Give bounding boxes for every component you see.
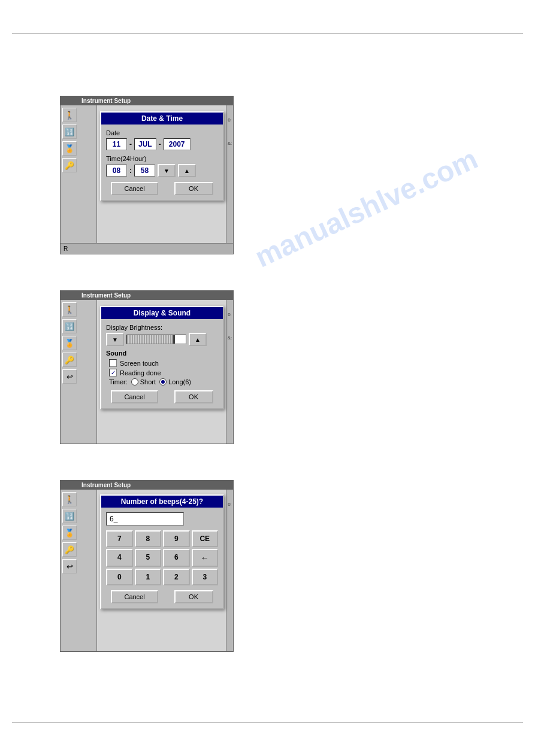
numpad-8[interactable]: 8 [135,530,162,547]
bottom-rule [12,722,523,723]
sidebar-icon-person-2[interactable]: 🚶 [62,302,77,317]
brightness-up-btn[interactable]: ▲ [189,333,207,346]
display-sound-cancel-btn[interactable]: Cancel [111,390,158,403]
inst-header-3: Instrument Setup [61,481,233,490]
reading-done-row: ✓ Reading done [106,369,218,377]
beeps-input[interactable]: 6_ [106,512,184,526]
long-radio-btn[interactable] [159,378,167,385]
sidebar-3: 🚶 🔢 🏅 🔑 ↩ [61,490,78,651]
screen-touch-label: Screen touch [120,360,159,367]
time-minute-field[interactable]: 58 [134,165,155,177]
brightness-down-btn[interactable]: ▼ [106,333,124,346]
screen-touch-row: Screen touch [106,359,218,367]
right-label-2: &: [226,141,233,146]
display-sound-title: Display & Sound [101,307,223,319]
instrument-panel-1: Instrument Setup 🚶 🔢 🏅 🔑 0: &: [60,96,234,254]
sidebar-icon-key-1[interactable]: 🔑 [62,158,77,172]
sidebar-icon-grid-3[interactable]: 🔢 [62,509,77,523]
timer-label: Timer: [109,378,128,385]
sidebar-icon-key-2[interactable]: 🔑 [62,353,77,367]
slider-fill [127,335,174,344]
time-label: Time(24Hour) [106,155,218,162]
time-up-btn[interactable]: ▲ [178,164,196,177]
time-colon: : [129,166,132,175]
sidebar-icon-person-3[interactable]: 🚶 [62,492,77,506]
long-radio-label: Long(6) [168,378,191,385]
numpad-grid: 7 8 9 CE 4 5 6 ← 0 1 [106,530,218,585]
sidebar-icon-grid-2[interactable]: 🔢 [62,319,77,333]
inst-title-2: Instrument Setup [81,292,131,299]
timer-row: Timer: Short Long [106,378,218,385]
display-sound-ok-btn[interactable]: OK [174,390,213,403]
date-month-field[interactable]: JUL [134,138,156,150]
right-label-1: 0: [226,117,233,123]
beeps-title: Number of beeps(4-25)? [101,496,223,508]
screen-touch-checkbox[interactable] [109,359,117,367]
dialogs-section: Instrument Setup 🚶 🔢 🏅 🔑 0: &: [0,36,535,712]
sidebar-icon-medal-2[interactable]: 🏅 [62,336,77,350]
date-time-cancel-btn[interactable]: Cancel [111,182,158,195]
numpad-9[interactable]: 9 [163,530,190,547]
right-label-5: 0: [226,502,233,507]
numpad-1[interactable]: 1 [135,569,162,585]
right-panel-3: 0: [226,490,233,651]
instrument-panel-2: Instrument Setup 🚶 🔢 🏅 🔑 ↩ 0: &: [60,290,234,444]
date-time-ok-btn[interactable]: OK [174,182,213,195]
sidebar-icon-person-1[interactable]: 🚶 [62,108,77,122]
numpad-5[interactable]: 5 [135,549,162,567]
long-radio-group: Long(6) [159,378,191,385]
radio-dot [161,380,165,384]
date-day-field[interactable]: 11 [106,138,127,150]
beeps-modal: Number of beeps(4-25)? 6_ 7 8 9 CE 4 5 [100,494,224,609]
numpad-6[interactable]: 6 [163,549,190,567]
reading-done-checkbox[interactable]: ✓ [109,369,117,377]
right-label-3: 0: [226,312,233,317]
numpad-4[interactable]: 4 [106,549,133,567]
sidebar-icon-key-3[interactable]: 🔑 [62,542,77,557]
numpad-2[interactable]: 2 [163,569,190,585]
sidebar-icon-back-3[interactable]: ↩ [62,559,77,573]
right-panel-2: 0: &: [226,300,233,444]
sidebar-icon-medal-1[interactable]: 🏅 [62,141,77,156]
display-sound-modal: Display & Sound Display Brightness: ▼ [100,306,224,409]
slider-thumb [173,335,175,344]
display-sound-dialog-wrapper: Instrument Setup 🚶 🔢 🏅 🔑 ↩ 0: &: [60,290,240,444]
time-hour-field[interactable]: 08 [106,165,127,177]
numpad-7[interactable]: 7 [106,530,133,547]
beeps-body: 6_ 7 8 9 CE 4 5 6 ← 0 [101,508,223,608]
beeps-ok-btn[interactable]: OK [174,590,213,603]
top-rule [12,33,523,34]
beeps-cancel-btn[interactable]: Cancel [111,590,158,603]
date-time-buttons: Cancel OK [106,182,218,195]
brightness-row: ▼ ▲ [106,333,218,346]
beeps-buttons: Cancel OK [106,590,218,603]
right-panel-1: 0: &: [226,105,233,243]
reading-done-label: Reading done [120,369,161,377]
sidebar-icon-back-2[interactable]: ↩ [62,369,77,384]
date-row: 11 - JUL - 2007 [106,138,218,150]
sidebar-icon-grid-1[interactable]: 🔢 [62,125,77,139]
date-time-dialog-wrapper: Instrument Setup 🚶 🔢 🏅 🔑 0: &: [60,96,240,254]
sidebar-1: 🚶 🔢 🏅 🔑 [61,105,78,243]
inst-header-2: Instrument Setup [61,291,233,300]
display-sound-body: Display Brightness: ▼ ▲ Sound [101,319,223,408]
sound-label: Sound [106,350,218,357]
inst-body-3: 0: Number of beeps(4-25)? 6_ 7 8 9 [96,490,233,651]
date-year-field[interactable]: 2007 [164,138,191,150]
inst-header-1: Instrument Setup [61,96,233,105]
sidebar-icon-medal-3[interactable]: 🏅 [62,526,77,540]
brightness-label: Display Brightness: [106,324,218,331]
date-sep-2: - [159,140,161,148]
footer-label-1: R [64,245,68,252]
numpad-0[interactable]: 0 [106,569,133,585]
short-radio-group: Short [131,378,156,385]
page: manualshlve.com Instrument Setup 🚶 🔢 🏅 🔑 [0,0,535,756]
short-radio-btn[interactable] [131,378,138,385]
numpad-ce[interactable]: CE [192,530,219,547]
numpad-3[interactable]: 3 [192,569,219,585]
inst-title-1: Instrument Setup [81,98,131,104]
time-down-btn[interactable]: ▼ [158,164,176,177]
date-sep-1: - [129,140,132,148]
numpad-backspace[interactable]: ← [192,549,219,567]
brightness-slider[interactable] [126,335,186,344]
